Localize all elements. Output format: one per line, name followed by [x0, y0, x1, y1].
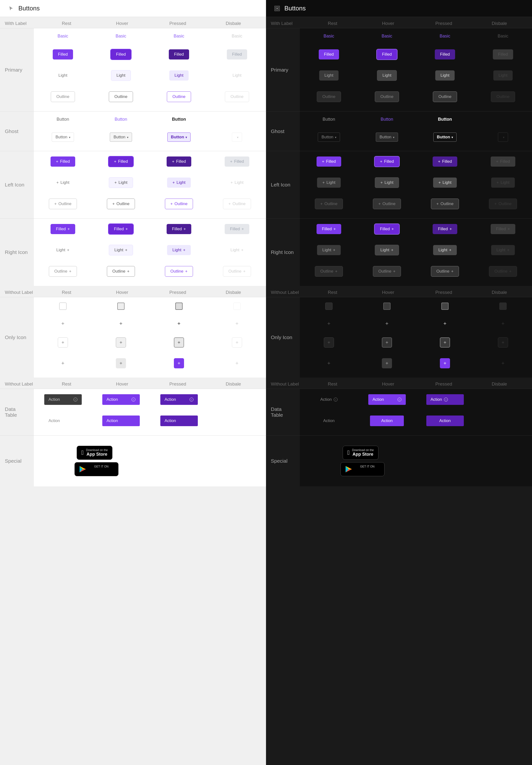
ghost-dd-rest[interactable]: Button: [52, 133, 74, 142]
li-outline-hover-btn-dark[interactable]: +Outline: [373, 199, 401, 209]
primary-outline-disabled-btn-dark[interactable]: Outline: [491, 91, 515, 102]
ghost-text-rest[interactable]: Button: [57, 117, 69, 122]
primary-filled-pressed-btn[interactable]: Filled: [169, 49, 189, 60]
li-filled-disabled-btn-dark[interactable]: +Filled: [491, 157, 515, 167]
ri-filled-hover-btn[interactable]: Filled+: [109, 224, 133, 234]
li-filled-rest-btn-dark[interactable]: +Filled: [316, 157, 341, 167]
primary-light-disabled-btn-dark[interactable]: Light: [493, 70, 513, 81]
li-outline-disabled-btn[interactable]: +Outline: [223, 199, 251, 209]
li-outline-pressed-btn-dark[interactable]: +Outline: [431, 199, 459, 209]
primary-light-pressed-btn-dark[interactable]: Light: [435, 70, 455, 81]
li-light-pressed-btn-dark[interactable]: +Light: [433, 178, 457, 188]
dt-pressed-btn-dark[interactable]: Action ○: [426, 394, 464, 405]
li-filled-rest-btn[interactable]: +Filled: [51, 157, 75, 167]
plus-outline-rest[interactable]: +: [58, 338, 68, 348]
plus-plain-hover[interactable]: +: [120, 321, 123, 327]
plus-filled-disabled-dark[interactable]: +: [502, 360, 505, 367]
plus-plain-rest[interactable]: +: [61, 321, 65, 327]
plus-filled-hover-dark[interactable]: +: [382, 358, 392, 369]
dt-plain-pressed-btn-dark[interactable]: Action: [426, 415, 464, 426]
li-outline-rest-btn-dark[interactable]: +Outline: [315, 199, 343, 209]
primary-light-rest-btn-dark[interactable]: Light: [319, 70, 339, 81]
plus-outline-hover[interactable]: +: [116, 338, 126, 348]
ri-light-hover-btn-dark[interactable]: Light+: [375, 245, 399, 256]
primary-filled-rest-btn[interactable]: Filled: [53, 49, 73, 60]
ri-light-disabled-btn-dark[interactable]: Light+: [491, 245, 515, 255]
primary-light-hover-btn-dark[interactable]: Light: [377, 70, 397, 81]
plus-outline-pressed[interactable]: +: [174, 338, 184, 348]
square-icon-pressed-dark[interactable]: [441, 303, 449, 310]
li-light-rest-btn[interactable]: +Light: [51, 178, 75, 188]
ri-light-pressed-btn-dark[interactable]: Light+: [433, 245, 457, 255]
li-filled-hover-btn[interactable]: +Filled: [109, 157, 133, 167]
primary-outline-rest-btn[interactable]: Outline: [51, 91, 75, 102]
appstore-btn-dark[interactable]:  Download on the App Store: [343, 446, 378, 460]
plus-outline-hover-dark[interactable]: +: [382, 338, 392, 348]
dt-rest-btn[interactable]: Action ○: [44, 394, 82, 405]
primary-filled-disabled-btn-dark[interactable]: Filled: [493, 49, 513, 60]
plus-plain-pressed-dark[interactable]: +: [443, 321, 447, 327]
dt-plain-rest-btn[interactable]: Action: [44, 415, 82, 426]
li-filled-pressed-btn[interactable]: +Filled: [167, 157, 191, 167]
ri-filled-hover-btn-dark[interactable]: Filled+: [374, 224, 399, 234]
primary-filled-hover-btn[interactable]: Filled: [111, 49, 131, 60]
li-filled-pressed-btn-dark[interactable]: +Filled: [433, 157, 457, 167]
ghost-dd-disabled-dark[interactable]: [498, 133, 508, 142]
dt-plain-hover-btn[interactable]: Action: [102, 415, 140, 426]
plus-filled-disabled[interactable]: +: [236, 360, 239, 367]
li-filled-hover-btn-dark[interactable]: +Filled: [374, 157, 399, 167]
primary-filled-disabled-btn[interactable]: Filled: [227, 49, 248, 60]
ri-light-disabled-btn[interactable]: Light+: [225, 245, 249, 255]
ghost-text-pressed-dark[interactable]: Button: [438, 117, 452, 122]
ri-filled-pressed-btn-dark[interactable]: Filled+: [433, 224, 457, 234]
plus-outline-disabled[interactable]: +: [232, 338, 242, 348]
dt-plain-hover-btn-dark[interactable]: Action: [370, 415, 404, 426]
ri-filled-pressed-btn[interactable]: Filled+: [167, 224, 191, 234]
ri-outline-rest-btn[interactable]: Outline+: [49, 266, 77, 277]
googleplay-btn-dark[interactable]: GET IT ON Google Play: [340, 462, 384, 476]
square-icon-hover[interactable]: [117, 303, 125, 310]
plus-filled-pressed[interactable]: +: [174, 358, 184, 369]
li-outline-hover-btn[interactable]: +Outline: [107, 199, 135, 209]
googleplay-btn-light[interactable]: GET IT ON Google Play: [75, 462, 119, 476]
ri-outline-pressed-btn[interactable]: Outline+: [165, 266, 193, 277]
li-light-hover-btn-dark[interactable]: +Light: [375, 177, 399, 188]
dt-plain-rest-btn-dark[interactable]: Action: [319, 415, 339, 426]
plus-plain-rest-dark[interactable]: +: [327, 321, 330, 327]
ri-outline-pressed-btn-dark[interactable]: Outline+: [431, 266, 459, 277]
primary-outline-pressed-btn[interactable]: Outline: [167, 91, 191, 102]
plus-outline-disabled-dark[interactable]: +: [498, 338, 508, 348]
dt-pressed-btn[interactable]: Action ○: [160, 394, 198, 405]
primary-outline-hover-btn[interactable]: Outline: [109, 91, 133, 102]
primary-outline-disabled-btn[interactable]: Outline: [225, 91, 249, 102]
li-light-disabled-btn-dark[interactable]: +Light: [491, 178, 515, 188]
ri-light-pressed-btn[interactable]: Light+: [167, 245, 191, 255]
ghost-dd-rest-dark[interactable]: Button: [318, 133, 340, 142]
primary-filled-pressed-btn-dark[interactable]: Filled: [435, 49, 455, 60]
primary-outline-hover-btn-dark[interactable]: Outline: [375, 91, 399, 102]
plus-plain-hover-dark[interactable]: +: [385, 321, 389, 327]
ghost-text-rest-dark[interactable]: Button: [322, 117, 335, 122]
primary-outline-rest-btn-dark[interactable]: Outline: [317, 91, 341, 102]
primary-light-rest-btn[interactable]: Light: [53, 70, 73, 81]
square-icon-pressed[interactable]: [175, 303, 183, 310]
ghost-dd-pressed-dark[interactable]: Button: [433, 133, 457, 142]
appstore-btn-light[interactable]:  Download on the App Store: [77, 446, 113, 460]
li-outline-pressed-btn[interactable]: +Outline: [165, 199, 193, 209]
li-light-rest-btn-dark[interactable]: +Light: [317, 178, 341, 188]
ri-outline-hover-btn[interactable]: Outline+: [107, 266, 135, 277]
ri-outline-rest-btn-dark[interactable]: Outline+: [315, 266, 343, 277]
ghost-dd-disabled[interactable]: [232, 133, 242, 142]
dt-rest-btn-dark[interactable]: Action ○: [316, 394, 342, 405]
square-icon-rest-dark[interactable]: [325, 303, 332, 310]
li-light-disabled-btn[interactable]: +Light: [225, 178, 249, 188]
ri-filled-rest-btn[interactable]: Filled+: [51, 224, 75, 234]
ri-light-rest-btn[interactable]: Light+: [51, 245, 75, 255]
li-light-pressed-btn[interactable]: +Light: [167, 178, 191, 188]
square-icon-disabled-dark[interactable]: [499, 303, 507, 310]
plus-filled-pressed-dark[interactable]: +: [440, 358, 450, 369]
ri-outline-hover-btn-dark[interactable]: Outline+: [373, 266, 401, 277]
plus-outline-rest-dark[interactable]: +: [324, 338, 334, 348]
square-icon-rest[interactable]: [59, 303, 67, 310]
primary-light-pressed-btn[interactable]: Light: [169, 70, 189, 81]
